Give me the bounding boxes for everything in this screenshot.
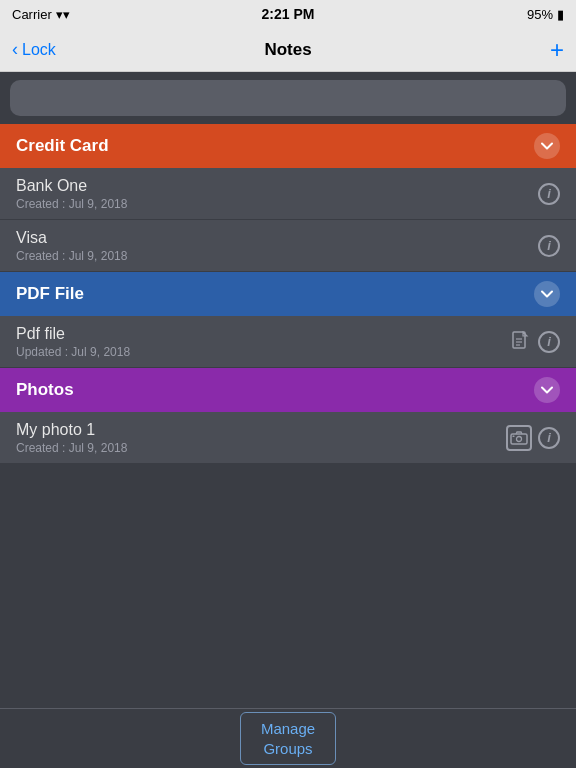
list-item-actions: i [510, 331, 560, 353]
group-chevron-photos [534, 377, 560, 403]
svg-point-5 [517, 436, 522, 441]
pdf-icon [510, 331, 532, 353]
svg-rect-6 [513, 435, 515, 437]
list-item-title: Bank One [16, 177, 127, 195]
battery-icon: ▮ [557, 7, 564, 22]
list-item-subtitle: Created : Jul 9, 2018 [16, 197, 127, 211]
list-item[interactable]: Pdf file Updated : Jul 9, 2018 i [0, 316, 576, 368]
groups-container: Credit Card Bank One Created : Jul 9, 20… [0, 124, 576, 464]
list-item-content: My photo 1 Created : Jul 9, 2018 [16, 421, 127, 455]
back-label: Lock [22, 41, 56, 59]
search-bar-container [0, 72, 576, 124]
group-label-pdf-file: PDF File [16, 284, 84, 304]
footer: Manage Groups [0, 708, 576, 768]
list-item-title: Pdf file [16, 325, 130, 343]
group-header-photos[interactable]: Photos [0, 368, 576, 412]
carrier-label: Carrier [12, 7, 52, 22]
status-bar-time: 2:21 PM [262, 6, 315, 22]
list-item-title: Visa [16, 229, 127, 247]
status-bar-left: Carrier ▾▾ [12, 7, 70, 22]
info-icon[interactable]: i [538, 427, 560, 449]
info-icon[interactable]: i [538, 331, 560, 353]
manage-groups-line2: Groups [263, 740, 312, 757]
info-icon[interactable]: i [538, 235, 560, 257]
list-item-subtitle: Updated : Jul 9, 2018 [16, 345, 130, 359]
list-item-content: Visa Created : Jul 9, 2018 [16, 229, 127, 263]
group-label-credit-card: Credit Card [16, 136, 109, 156]
wifi-icon: ▾▾ [56, 7, 70, 22]
list-item-subtitle: Created : Jul 9, 2018 [16, 249, 127, 263]
back-chevron-icon: ‹ [12, 39, 18, 60]
group-header-credit-card[interactable]: Credit Card [0, 124, 576, 168]
status-bar-right: 95% ▮ [527, 7, 564, 22]
list-item-actions: i [538, 235, 560, 257]
add-button[interactable]: + [550, 38, 564, 62]
list-item-actions: i [538, 183, 560, 205]
group-label-photos: Photos [16, 380, 74, 400]
list-item-content: Bank One Created : Jul 9, 2018 [16, 177, 127, 211]
list-item[interactable]: My photo 1 Created : Jul 9, 2018 i [0, 412, 576, 464]
group-chevron-pdf-file [534, 281, 560, 307]
camera-icon [506, 425, 532, 451]
nav-bar: ‹ Lock Notes + [0, 28, 576, 72]
back-button[interactable]: ‹ Lock [12, 39, 56, 60]
manage-groups-line1: Manage [261, 720, 315, 737]
page-title: Notes [264, 40, 311, 60]
list-item-actions: i [506, 425, 560, 451]
info-icon[interactable]: i [538, 183, 560, 205]
list-item-title: My photo 1 [16, 421, 127, 439]
manage-groups-button[interactable]: Manage Groups [240, 712, 336, 765]
list-item[interactable]: Visa Created : Jul 9, 2018 i [0, 220, 576, 272]
list-item[interactable]: Bank One Created : Jul 9, 2018 i [0, 168, 576, 220]
search-bar[interactable] [10, 80, 566, 116]
list-item-content: Pdf file Updated : Jul 9, 2018 [16, 325, 130, 359]
list-item-subtitle: Created : Jul 9, 2018 [16, 441, 127, 455]
group-header-pdf-file[interactable]: PDF File [0, 272, 576, 316]
status-bar: Carrier ▾▾ 2:21 PM 95% ▮ [0, 0, 576, 28]
battery-label: 95% [527, 7, 553, 22]
group-chevron-credit-card [534, 133, 560, 159]
